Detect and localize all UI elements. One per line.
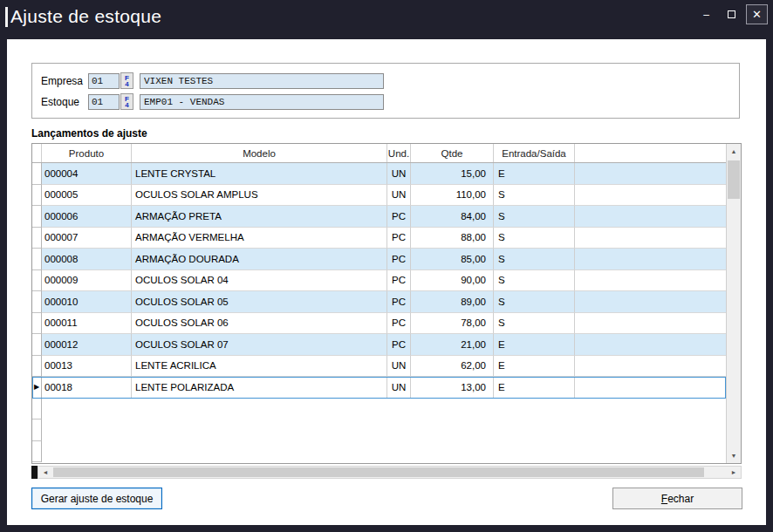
table-row[interactable]: 000005OCULOS SOLAR AMPLUSUN110,00S (32, 185, 726, 207)
cell-modelo[interactable]: ARMAÇÃO VERMELHA (132, 228, 387, 249)
cell-modelo[interactable]: ARMAÇÃO PRETA (132, 206, 387, 228)
cell-produto[interactable]: 000005 (42, 185, 132, 207)
cell-es[interactable]: E (494, 377, 575, 399)
cell-filler (575, 291, 726, 313)
cell-qtde[interactable]: 21,00 (411, 334, 494, 356)
cell-modelo[interactable]: OCULOS SOLAR 06 (132, 313, 387, 335)
close-button[interactable]: ✕ (746, 4, 768, 24)
cell-qtde[interactable]: 62,00 (411, 356, 494, 378)
cell-es[interactable]: E (494, 356, 575, 378)
scroll-up-icon[interactable]: ▲ (727, 144, 741, 159)
cell-und[interactable]: PC (387, 228, 411, 249)
grid-rows: 000004LENTE CRYSTALUN15,00E000005OCULOS … (32, 163, 726, 462)
cell-qtde[interactable]: 110,00 (411, 185, 494, 207)
cell-es[interactable]: S (494, 291, 575, 313)
column-header-qtde[interactable]: Qtde (411, 144, 494, 162)
cell-und[interactable]: PC (387, 313, 411, 335)
vertical-scrollbar-thumb[interactable] (728, 160, 740, 199)
estoque-code-input[interactable] (88, 94, 120, 110)
cell-es[interactable]: S (494, 270, 575, 292)
empresa-name-input[interactable] (140, 73, 384, 89)
cell-und[interactable]: PC (387, 334, 411, 356)
cell-produto[interactable]: 000010 (42, 291, 132, 313)
cell-und[interactable]: UN (387, 185, 411, 207)
column-header-entrada-saida[interactable]: Entrada/Saída (494, 144, 575, 162)
cell-qtde[interactable]: 88,00 (411, 228, 494, 249)
cell-und[interactable]: PC (387, 270, 411, 292)
app-window: Ajuste de estoque – ✕ Empresa F 4 Estoqu… (0, 0, 773, 532)
table-row[interactable]: 000011OCULOS SOLAR 06PC78,00S (32, 313, 726, 335)
table-row[interactable]: 000010OCULOS SOLAR 05PC89,00S (32, 291, 726, 313)
table-row[interactable]: 000012OCULOS SOLAR 07PC21,00E (32, 334, 726, 356)
table-row[interactable]: 000008ARMAÇÃO DOURADAPC85,00S (32, 249, 726, 270)
table-row[interactable]: 00013LENTE ACRILICAUN62,00E (32, 356, 726, 378)
cell-modelo[interactable]: OCULOS SOLAR 07 (132, 334, 387, 356)
cell-qtde[interactable]: 84,00 (411, 206, 494, 228)
cell-und[interactable]: PC (387, 291, 411, 313)
gerar-ajuste-button[interactable]: Gerar ajuste de estoque (31, 488, 162, 509)
cell-modelo[interactable]: OCULOS SOLAR 04 (132, 270, 387, 292)
column-header-und[interactable]: Und. (387, 144, 411, 162)
cell-produto[interactable]: 000011 (42, 313, 132, 335)
horizontal-scrollbar[interactable]: ◄ ► (38, 466, 742, 479)
scroll-right-icon[interactable]: ► (727, 467, 741, 478)
cell-es[interactable]: E (494, 334, 575, 356)
cell-modelo[interactable]: LENTE POLARIZADA (132, 377, 387, 399)
window-title: Ajuste de estoque (10, 6, 161, 27)
horizontal-scrollbar-thumb[interactable] (53, 467, 704, 477)
cell-und[interactable]: PC (387, 206, 411, 228)
cell-qtde[interactable]: 15,00 (411, 163, 494, 185)
cell-filler (575, 185, 726, 207)
cell-modelo[interactable]: ARMAÇÃO DOURADA (132, 249, 387, 270)
scroll-left-icon[interactable]: ◄ (38, 467, 52, 478)
cell-qtde[interactable]: 13,00 (411, 377, 494, 399)
cell-es[interactable]: S (494, 228, 575, 249)
cell-qtde[interactable]: 89,00 (411, 291, 494, 313)
grid-section-label: Lançamentos de ajuste (31, 127, 147, 140)
row-indicator (32, 419, 42, 441)
cell-produto[interactable]: 000012 (42, 334, 132, 356)
cell-produto[interactable]: 000004 (42, 163, 132, 185)
table-row[interactable]: ▶00018LENTE POLARIZADAUN13,00E (32, 377, 726, 399)
column-header-produto[interactable]: Produto (42, 144, 132, 162)
cell-produto[interactable]: 000008 (42, 249, 132, 270)
cell-und[interactable]: UN (387, 377, 411, 399)
cell-und[interactable]: UN (387, 356, 411, 378)
cell-produto[interactable]: 00018 (42, 377, 132, 399)
column-header-modelo[interactable]: Modelo (132, 144, 387, 162)
cell-qtde[interactable]: 78,00 (411, 313, 494, 335)
cell-modelo[interactable]: LENTE CRYSTAL (132, 163, 387, 185)
cell-qtde[interactable]: 85,00 (411, 249, 494, 270)
table-row[interactable]: 000009OCULOS SOLAR 04PC90,00S (32, 270, 726, 292)
vertical-scrollbar[interactable]: ▲ ▼ (726, 144, 741, 463)
table-row[interactable]: 000007ARMAÇÃO VERMELHAPC88,00S (32, 228, 726, 249)
empresa-code-input[interactable] (88, 73, 120, 89)
cell-modelo[interactable]: OCULOS SOLAR 05 (132, 291, 387, 313)
table-row[interactable]: 000006ARMAÇÃO PRETAPC84,00S (32, 206, 726, 228)
grid-corner-block (31, 466, 38, 479)
cell-es[interactable]: S (494, 313, 575, 335)
maximize-icon (728, 10, 735, 18)
cell-modelo[interactable]: LENTE ACRILICA (132, 356, 387, 378)
cell-produto[interactable]: 000009 (42, 270, 132, 292)
cell-es[interactable]: S (494, 206, 575, 228)
minimize-button[interactable]: – (695, 4, 717, 24)
cell-produto[interactable]: 00013 (42, 356, 132, 378)
cell-es[interactable]: S (494, 249, 575, 270)
estoque-name-input[interactable] (140, 94, 384, 110)
cell-es[interactable]: S (494, 185, 575, 207)
maximize-button[interactable] (721, 4, 742, 24)
fechar-button[interactable]: Fechar (612, 488, 742, 509)
cell-es[interactable]: E (494, 163, 575, 185)
cell-und[interactable]: PC (387, 249, 411, 270)
cell-qtde[interactable]: 90,00 (411, 270, 494, 292)
cell-und[interactable]: UN (387, 163, 411, 185)
empresa-f4-lookup-button[interactable]: F 4 (120, 72, 133, 89)
cell-produto[interactable]: 000007 (42, 228, 132, 249)
scroll-down-icon[interactable]: ▼ (727, 448, 741, 463)
estoque-f4-lookup-button[interactable]: F 4 (120, 93, 133, 110)
table-row[interactable]: 000004LENTE CRYSTALUN15,00E (32, 163, 726, 185)
f4-key-bottom: 4 (125, 102, 128, 108)
cell-modelo[interactable]: OCULOS SOLAR AMPLUS (132, 185, 387, 207)
cell-produto[interactable]: 000006 (42, 206, 132, 228)
